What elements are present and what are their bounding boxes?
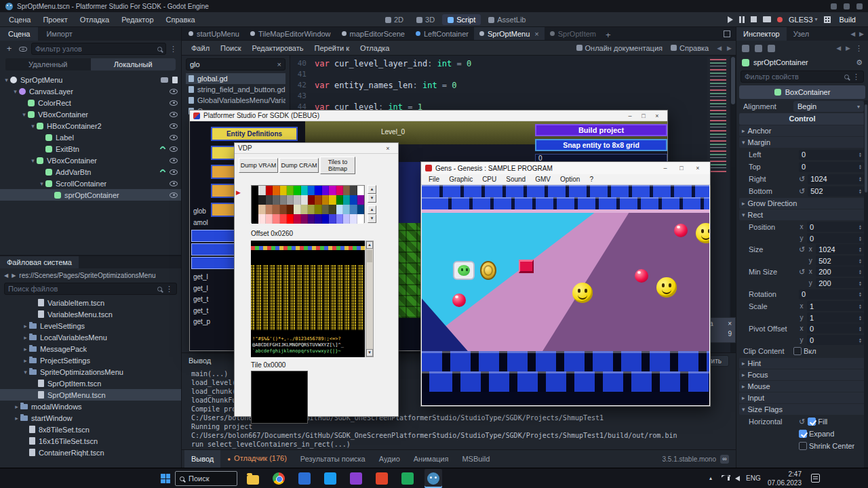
palette-cell[interactable] bbox=[357, 186, 364, 195]
instance-scene-button[interactable] bbox=[18, 43, 28, 54]
vdp-button[interactable]: Dump VRAM bbox=[239, 158, 278, 173]
script-action[interactable]: Справка bbox=[671, 44, 709, 52]
bottom-tab-Аудио[interactable]: Аудио bbox=[372, 450, 407, 468]
menu-item[interactable]: Справка bbox=[160, 12, 201, 27]
snap-grid-button[interactable]: Snap entity to 8x8 grid bbox=[535, 139, 667, 151]
expand-editor-icon[interactable] bbox=[724, 30, 730, 37]
script-filter-input[interactable] bbox=[190, 60, 274, 68]
segment-Удаленный[interactable]: Удаленный bbox=[5, 58, 91, 70]
bottom-tab-Отладчик (176)[interactable]: Отладчик (176) bbox=[220, 449, 294, 468]
gens-menu-item[interactable]: Graphic bbox=[444, 174, 477, 184]
pause-button[interactable] bbox=[739, 16, 745, 23]
palette-cell[interactable] bbox=[350, 214, 357, 224]
palette-cell[interactable] bbox=[322, 186, 329, 195]
inspector-group[interactable]: ▸Hint bbox=[739, 358, 865, 369]
inspector-group[interactable]: ▾Rect bbox=[739, 209, 865, 220]
file-tree-row[interactable]: ▸startWindow bbox=[0, 412, 181, 424]
taskbar-clock[interactable]: 2:47 07.06.2023 bbox=[762, 470, 802, 487]
history-back-icon[interactable]: ◀ bbox=[717, 45, 722, 52]
gens-menu-item[interactable]: CPU bbox=[477, 174, 501, 184]
file-tree-row[interactable]: ▾SpriteOptimizationsMenu bbox=[0, 366, 181, 378]
file-tree-row[interactable]: ▸MessagePack bbox=[0, 343, 181, 354]
play-scene-button[interactable] bbox=[763, 16, 771, 22]
script-tab-TileMapEditorWindow[interactable]: TileMapEditorWindow bbox=[245, 27, 336, 40]
enum-dropdown[interactable]: Begin▾ bbox=[793, 101, 864, 112]
save-resource-icon[interactable] bbox=[768, 45, 775, 52]
palette-cell[interactable] bbox=[301, 195, 308, 205]
script-menu-item[interactable]: Перейти к bbox=[309, 44, 355, 52]
scroll-down-icon[interactable]: ▼ bbox=[366, 349, 373, 357]
inspector-group[interactable]: ▸Grow Direction bbox=[739, 198, 865, 209]
file-tree-row[interactable]: ▸ProjectSettings bbox=[0, 354, 181, 366]
taskbar-app-green[interactable] bbox=[399, 469, 416, 488]
palette-cell[interactable] bbox=[343, 205, 350, 214]
gens-titlebar[interactable]: Gens - Genesis : SAMPLE PROGRAM bbox=[421, 162, 710, 174]
editor-tab-assetlib[interactable]: AssetLib bbox=[483, 14, 531, 25]
palette-cell[interactable] bbox=[329, 205, 336, 214]
palette-cell[interactable] bbox=[287, 195, 294, 205]
load-resource-icon[interactable] bbox=[755, 45, 762, 52]
taskbar-app-red[interactable] bbox=[373, 469, 391, 488]
revert-icon[interactable] bbox=[799, 266, 805, 277]
revert-icon[interactable] bbox=[799, 244, 805, 254]
start-button[interactable] bbox=[161, 474, 170, 483]
palette-cell[interactable] bbox=[266, 214, 273, 224]
debug-layer-button[interactable] bbox=[191, 243, 235, 256]
history-back-icon[interactable]: ◀ bbox=[836, 45, 841, 52]
number-field[interactable]: 0 bbox=[807, 222, 864, 232]
inspector-group[interactable]: ▸Input bbox=[739, 392, 865, 403]
script-menu-item[interactable]: Файл bbox=[186, 44, 215, 52]
vdp-button[interactable]: Tiles to Bitmap bbox=[320, 157, 355, 174]
taskbar-search[interactable]: Поиск bbox=[175, 471, 237, 486]
palette-cell[interactable] bbox=[322, 205, 329, 214]
scene-tree-row[interactable]: ▾CanvasLayer bbox=[0, 85, 181, 97]
play-button[interactable] bbox=[728, 16, 733, 23]
palette-cell[interactable] bbox=[350, 186, 357, 195]
script-action[interactable]: Онлайн документация bbox=[576, 44, 663, 52]
palette-cell[interactable] bbox=[252, 205, 258, 214]
filter-menu-button[interactable]: ⋮ bbox=[852, 73, 860, 81]
inspector-group[interactable]: ▸Anchor bbox=[739, 125, 865, 136]
number-field[interactable]: 200 bbox=[816, 266, 864, 277]
bottom-tab-Вывод[interactable]: Вывод bbox=[184, 450, 220, 468]
palette-cell[interactable] bbox=[357, 214, 364, 224]
debug-app-titlebar[interactable]: Platformer Studio For SGDK (DEBUG) bbox=[190, 110, 667, 121]
editor-tab-script[interactable]: Script bbox=[442, 14, 481, 25]
eye-icon[interactable] bbox=[170, 135, 178, 140]
palette-cell[interactable] bbox=[315, 205, 321, 214]
palette-cell[interactable] bbox=[301, 186, 308, 195]
debug-list-item[interactable]: get_l bbox=[193, 285, 235, 295]
movie-icon[interactable] bbox=[161, 77, 168, 83]
gens-menu-item[interactable]: GMV bbox=[530, 174, 555, 184]
eye-icon[interactable] bbox=[170, 169, 178, 175]
palette-cell[interactable] bbox=[322, 214, 329, 224]
taskbar-app-purple[interactable] bbox=[347, 469, 365, 488]
maximize-button[interactable] bbox=[637, 110, 650, 121]
number-field[interactable]: 502 bbox=[808, 186, 864, 197]
file-search-field[interactable]: ⋮ bbox=[4, 283, 177, 295]
file-tree-row[interactable]: 8x8TileSet.tscn bbox=[0, 424, 181, 435]
renderer-dropdown[interactable]: GLES3▾ bbox=[789, 16, 817, 24]
scroll-up-icon[interactable]: ▲ bbox=[366, 241, 373, 249]
file-tree-row[interactable]: SprOptItem.tscn bbox=[0, 378, 181, 389]
script-menu-item[interactable]: Редактировать bbox=[247, 44, 309, 52]
node-filter-input[interactable] bbox=[35, 45, 154, 53]
script-menu-item[interactable]: Отладка bbox=[355, 44, 395, 52]
eye-icon[interactable] bbox=[170, 146, 178, 152]
signal-icon[interactable] bbox=[159, 168, 166, 176]
debug-list-item[interactable]: glob bbox=[193, 207, 235, 218]
palette-cell[interactable] bbox=[315, 195, 321, 205]
scrollbar-thumb[interactable] bbox=[367, 250, 372, 262]
checkbox[interactable] bbox=[808, 418, 816, 426]
palette-cell[interactable] bbox=[266, 186, 273, 195]
code-line[interactable]: 40var cur_level_layer_ind: int = 0 bbox=[290, 58, 736, 69]
build-button[interactable]: Build bbox=[837, 16, 859, 24]
file-tree-row[interactable]: 16x16TileSet.tscn bbox=[0, 435, 181, 447]
palette-cell[interactable] bbox=[315, 186, 321, 195]
debug-list-item[interactable]: get_p bbox=[193, 318, 235, 328]
scene-tree-row[interactable]: ▾ScrollContainer bbox=[0, 178, 181, 189]
scene-tree-row[interactable]: ExitBtn bbox=[0, 143, 181, 155]
revert-icon[interactable] bbox=[799, 187, 805, 196]
palette-cell[interactable] bbox=[336, 214, 343, 224]
filesystem-menu-button[interactable]: ⋮ bbox=[165, 285, 173, 293]
